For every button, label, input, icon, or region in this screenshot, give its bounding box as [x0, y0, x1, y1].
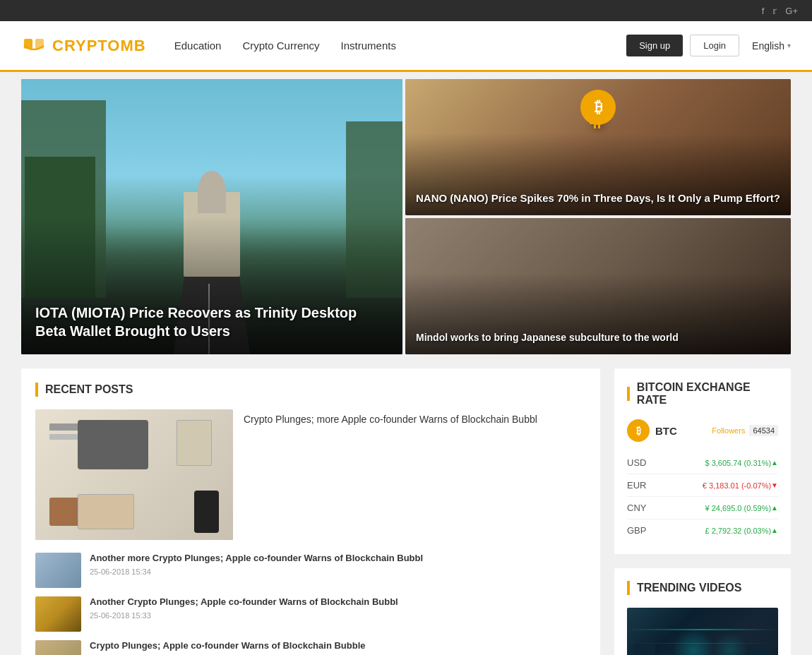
currency-cny: CNY	[627, 503, 655, 513]
currency-gbp: GBP	[627, 525, 655, 536]
bitcoin-rate-widget: BITCOIN EXCHANGE RATE ₿ BTC Followers 64…	[614, 368, 791, 554]
btc-header: ₿ BTC Followers 64534	[627, 419, 778, 442]
followers-label: Followers	[712, 426, 745, 435]
title-bar-decoration	[627, 387, 630, 401]
chevron-down-icon: ▾	[787, 42, 791, 49]
arrow-up-icon-usd: ▲	[771, 459, 778, 467]
logo-icon	[21, 33, 47, 59]
arrow-up-icon-gbp: ▲	[771, 527, 778, 534]
language-selector[interactable]: English ▾	[752, 40, 791, 52]
btc-followers: Followers 64534	[712, 425, 778, 436]
featured-post-info: Crypto Plunges; more Apple co-founder Wa…	[244, 409, 537, 540]
btc-icon: ₿	[627, 419, 650, 442]
rate-value-gbp: £ 2,792.32 (0.03%)	[655, 527, 771, 535]
btc-label: BTC	[655, 425, 677, 437]
post-info-1: Another more Crypto Plunges; Apple co-fo…	[90, 553, 586, 576]
rate-row-usd: USD $ 3,605.74 (0.31%) ▲	[627, 452, 778, 474]
bitcoin-rate-title: BITCOIN EXCHANGE RATE	[627, 381, 778, 407]
desk-decoration-2	[177, 420, 212, 466]
signup-button[interactable]: Sign up	[626, 35, 683, 56]
video-glow-1	[672, 629, 715, 655]
title-bar-decoration	[35, 383, 38, 397]
desk-decoration-3	[194, 491, 219, 533]
post-date-1: 25-06-2018 15:34	[90, 567, 586, 576]
post-title-2: Another Crypto Plunges; Apple co-founder…	[90, 596, 586, 608]
googleplus-icon[interactable]: G+	[785, 6, 798, 16]
post-thumbnail-1	[35, 553, 81, 588]
rate-row-eur: EUR € 3,183.01 (-0.07%) ▼	[627, 474, 778, 497]
featured-post: Crypto Plunges; more Apple co-founder Wa…	[35, 409, 586, 540]
rate-row-gbp: GBP £ 2,792.32 (0.03%) ▲	[627, 519, 778, 541]
rate-row-cny: CNY ¥ 24,695.0 (0.59%) ▲	[627, 497, 778, 519]
facebook-icon[interactable]: f	[762, 6, 765, 16]
list-item[interactable]: Another more Crypto Plunges; Apple co-fo…	[35, 553, 586, 588]
recent-posts-section: RECENT POSTS Crypto Plunges; more Apple …	[21, 368, 600, 655]
list-item[interactable]: Another Crypto Plunges; Apple co-founder…	[35, 596, 586, 632]
trending-videos-title: TRENDING VIDEOS	[627, 581, 778, 595]
rate-value-usd: $ 3,605.74 (0.31%)	[655, 459, 771, 467]
post-list: Another more Crypto Plunges; Apple co-fo…	[35, 553, 586, 655]
trending-videos-widget: TRENDING VIDEOS	[614, 568, 791, 655]
hero-side-1-caption: NANO (NANO) Price Spikes 70% in Three Da…	[416, 191, 780, 205]
rate-value-cny: ¥ 24,695.0 (0.59%)	[655, 504, 771, 512]
btc-logo: ₿ BTC	[627, 419, 677, 442]
hero-main-article[interactable]: IOTA (MIOTA) Price Recovers as Trinity D…	[21, 79, 402, 354]
post-info-3: Crypto Plunges; Apple co-founder Warns o…	[90, 640, 586, 655]
nav-crypto-currency[interactable]: Crypto Currency	[242, 40, 319, 52]
trending-video-thumbnail[interactable]	[627, 608, 778, 655]
title-bar-decoration	[627, 581, 630, 595]
currency-eur: EUR	[627, 480, 655, 491]
nav-instruments[interactable]: Instruments	[341, 40, 396, 52]
login-button[interactable]: Login	[690, 35, 739, 56]
followers-count: 64534	[749, 425, 778, 436]
post-date-2: 25-06-2018 15:33	[90, 611, 586, 620]
hero-side-article-1[interactable]: ₿ NANO (NANO) Price Spikes 70% in Three …	[405, 79, 791, 215]
hero-side-2-caption: Mindol works to bring Japanese subcultur…	[416, 331, 780, 344]
top-bar: f 𝕣 G+	[0, 0, 812, 21]
post-title-3: Crypto Plunges; Apple co-founder Warns o…	[90, 640, 586, 652]
main-content: RECENT POSTS Crypto Plunges; more Apple …	[21, 368, 791, 655]
logo[interactable]: CRYPTOMB	[21, 33, 146, 59]
main-nav: Education Crypto Currency Instruments	[174, 40, 626, 52]
hero-main-caption: IOTA (MIOTA) Price Recovers as Trinity D…	[35, 304, 388, 340]
nav-education[interactable]: Education	[174, 40, 222, 52]
arrow-down-icon-eur: ▼	[771, 481, 778, 489]
post-thumbnail-3	[35, 640, 81, 655]
post-info-2: Another Crypto Plunges; Apple co-founder…	[90, 596, 586, 620]
header: CRYPTOMB Education Crypto Currency Instr…	[0, 21, 812, 72]
video-glow-2	[712, 632, 748, 655]
list-item[interactable]: Crypto Plunges; Apple co-founder Warns o…	[35, 640, 586, 655]
arrow-up-icon-cny: ▲	[771, 504, 778, 512]
hero-side-article-2[interactable]: Mindol works to bring Japanese subcultur…	[405, 218, 791, 354]
language-label: English	[752, 40, 784, 52]
post-title-1: Another more Crypto Plunges; Apple co-fo…	[90, 553, 586, 565]
logo-text: CRYPTOMB	[52, 37, 146, 55]
recent-posts-title: RECENT POSTS	[35, 383, 586, 397]
hero-side-articles: ₿ NANO (NANO) Price Spikes 70% in Three …	[405, 79, 791, 354]
featured-post-image	[35, 409, 233, 540]
featured-post-title: Crypto Plunges; more Apple co-founder Wa…	[244, 409, 537, 427]
currency-usd: USD	[627, 457, 655, 468]
header-actions: Sign up Login English ▾	[626, 35, 791, 56]
hero-section: IOTA (MIOTA) Price Recovers as Trinity D…	[21, 79, 791, 354]
rate-value-eur: € 3,183.01 (-0.07%)	[655, 481, 771, 490]
post-thumbnail-2	[35, 596, 81, 632]
sidebar: BITCOIN EXCHANGE RATE ₿ BTC Followers 64…	[614, 368, 791, 655]
twitter-icon[interactable]: 𝕣	[772, 6, 777, 16]
